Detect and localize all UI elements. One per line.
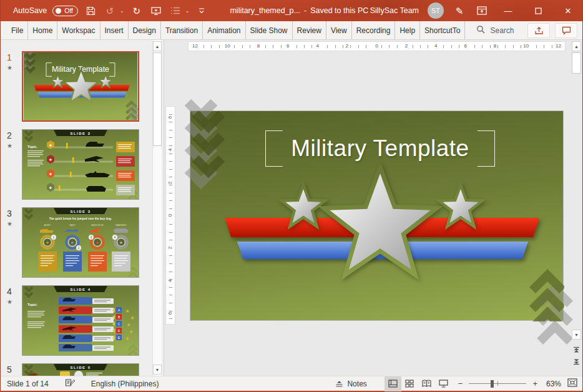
document-title: military_themed_p... - Saved to this PC	[230, 6, 368, 15]
animation-indicator-icon[interactable]: ★	[7, 64, 12, 71]
autosave-state: Off	[64, 7, 73, 14]
branch-label-army: ARMY	[44, 224, 51, 227]
comments-button[interactable]	[555, 23, 577, 38]
animation-indicator-icon[interactable]: ★	[7, 298, 12, 305]
slide-thumbnail-3[interactable]: SLIDE 3 The quick brown fox jumped over …	[22, 207, 139, 278]
tab-workspace[interactable]: Workspac	[57, 21, 100, 39]
autosave-toggle[interactable]: Off	[52, 6, 78, 16]
slide-2-preview: SLIDE 2 Topic. ★	[22, 130, 139, 199]
thumbnail-5-header: SLIDE 5	[70, 366, 91, 370]
document-saved-status[interactable]: Saved to this PC	[310, 6, 368, 15]
slide-editing-area[interactable]: Military Template	[190, 110, 564, 321]
slide-thumbnail-1[interactable]: Military Template	[22, 51, 139, 122]
proofing-icon[interactable]	[65, 378, 75, 389]
save-icon[interactable]	[84, 6, 97, 16]
tab-help[interactable]: Help	[395, 21, 420, 39]
branch-label-marines: MARINES	[115, 224, 127, 227]
small-star-left[interactable]	[286, 189, 321, 223]
search-box[interactable]: Search	[476, 25, 514, 36]
slide-number-5: 5	[7, 365, 12, 375]
thumbnail-4-header: SLIDE 4	[70, 288, 91, 292]
account-name[interactable]: SillySac Team	[370, 6, 419, 15]
main-vertical-scrollbar[interactable]: ▲ ▼	[572, 40, 581, 376]
scroll-up-icon[interactable]: ▲	[572, 41, 581, 51]
thumbnail-2-header: SLIDE 2	[70, 132, 91, 135]
scroll-down-icon[interactable]: ▼	[572, 330, 581, 340]
zoom-slider[interactable]	[469, 380, 526, 388]
tab-review[interactable]: Review	[293, 21, 326, 39]
search-icon	[476, 25, 485, 36]
fit-to-window-button[interactable]	[567, 378, 577, 389]
share-button[interactable]	[527, 23, 550, 38]
tab-design[interactable]: Design	[129, 21, 161, 39]
zoom-slider-thumb[interactable]	[491, 380, 494, 388]
zoom-in-button[interactable]: +	[532, 379, 537, 388]
thumbnail-row-2: 2 ★ SLIDE 2 Topic.	[1, 129, 164, 200]
tab-slide-show[interactable]: Slide Show	[246, 21, 293, 39]
tab-recording[interactable]: Recording	[352, 21, 396, 39]
reading-view-button[interactable]	[418, 376, 435, 391]
notes-toggle[interactable]: Notes	[335, 380, 366, 388]
customize-toolbar-icon[interactable]	[195, 7, 208, 14]
undo-icon: ↺	[103, 6, 117, 16]
thumbnail-panel-scrollbar[interactable]: ▲ ▼	[152, 40, 162, 376]
tab-view[interactable]: View	[326, 21, 352, 39]
tab-insert[interactable]: Insert	[100, 21, 129, 39]
scroll-up-icon[interactable]: ▲	[153, 41, 162, 51]
redo-icon[interactable]: ↻	[130, 6, 144, 16]
svg-text:★: ★	[46, 240, 49, 245]
tab-home[interactable]: Home	[28, 21, 57, 39]
document-filename: military_themed_p...	[230, 6, 300, 15]
svg-text:★: ★	[130, 315, 134, 321]
animation-indicator-icon[interactable]: ★	[7, 142, 12, 149]
slide-thumbnail-2[interactable]: SLIDE 2 Topic. ★	[22, 129, 139, 200]
scroll-down-icon[interactable]: ▼	[153, 365, 162, 375]
language-indicator[interactable]: English (Philippines)	[91, 380, 159, 388]
slide-sorter-view-button[interactable]	[401, 376, 418, 391]
slide-title-text[interactable]: Military Template	[291, 135, 469, 162]
maximize-button[interactable]	[527, 0, 549, 21]
branch-label-airforce: AIRFORCE	[91, 224, 104, 227]
zoom-out-button[interactable]: −	[458, 379, 463, 388]
next-slide-button[interactable]	[572, 357, 581, 368]
title-placeholder[interactable]: Military Template	[265, 130, 495, 167]
zoom-level[interactable]: 63%	[544, 380, 561, 388]
vertical-ruler[interactable]: 642 024 6	[165, 106, 175, 325]
scrollbar-thumb[interactable]	[153, 52, 162, 146]
horizontal-ruler[interactable]: 12108 642 024 6810 12	[188, 41, 566, 51]
letter-chip-b: B	[118, 315, 120, 319]
slide-show-view-button[interactable]	[435, 376, 452, 391]
scrollbar-thumb[interactable]	[572, 52, 581, 74]
slide-number-3: 3	[7, 208, 12, 218]
slide-thumbnail-5[interactable]: SLIDE 5	[22, 363, 139, 376]
svg-text:★: ★	[119, 240, 123, 245]
slide-thumbnail-4[interactable]: SLIDE 4 Topic:	[22, 285, 139, 356]
slide-indicator[interactable]: Slide 1 of 14	[7, 380, 49, 388]
tab-transition[interactable]: Transition	[161, 21, 203, 39]
tab-shortcut-tools[interactable]: ShortcutTo	[420, 21, 465, 39]
close-button[interactable]: ✕	[557, 0, 579, 21]
previous-slide-button[interactable]	[572, 343, 581, 355]
thumbnail-row-4: 4 ★ SLIDE 4 Topic:	[1, 285, 164, 356]
avatar[interactable]: ST	[428, 2, 444, 19]
small-star-right[interactable]	[443, 189, 479, 223]
title-bar: AutoSave Off ↺ ⌄ ↻ ⌄ military_themed_	[1, 0, 582, 21]
svg-text:★: ★	[71, 240, 74, 245]
svg-text:★: ★	[126, 322, 130, 328]
animation-indicator-icon[interactable]: ★	[7, 220, 12, 227]
branch-label-navy: NAVY	[69, 224, 76, 227]
svg-text:★: ★	[49, 143, 52, 147]
svg-text:★: ★	[49, 185, 52, 190]
chevron-decoration-top-left-olive	[195, 114, 222, 172]
letter-chip-e: E	[118, 336, 120, 340]
tab-file[interactable]: File	[7, 21, 28, 39]
slide-number-2: 2	[7, 130, 12, 140]
normal-view-button[interactable]	[385, 376, 401, 391]
minimize-button[interactable]: —	[497, 0, 519, 21]
designer-pen-icon[interactable]: ✎	[453, 6, 466, 16]
toggle-dot-icon	[56, 8, 61, 14]
start-presentation-icon[interactable]	[149, 6, 163, 16]
slide-3-preview: SLIDE 3 The quick brown fox jumped over …	[22, 208, 139, 277]
ribbon-display-options-icon[interactable]	[475, 6, 489, 15]
tab-animation[interactable]: Animation	[203, 21, 245, 39]
